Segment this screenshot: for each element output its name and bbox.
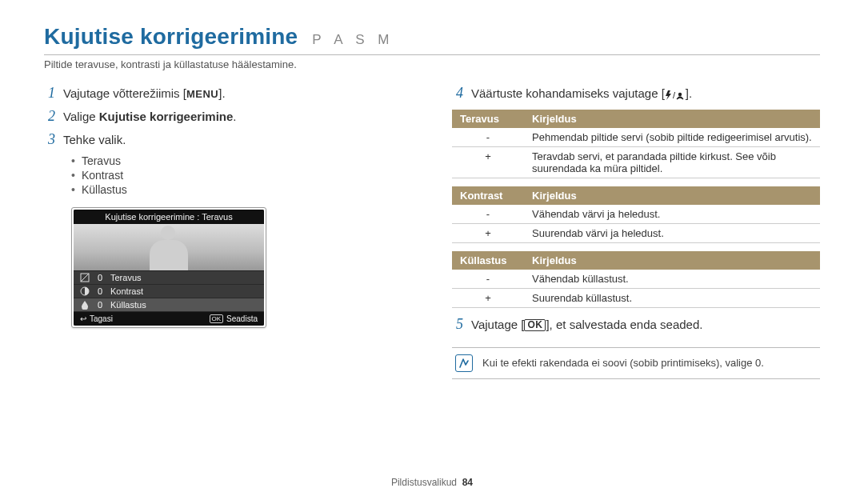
page-subtitle: Piltide teravuse, kontrasti ja küllastat… [44,58,820,70]
th: Kirjeldus [524,186,820,205]
ok-icon: OK [210,314,224,323]
th: Kontrast [452,186,524,205]
footer-section: Pildistusvalikud [391,477,457,488]
list-item: Kontrast [71,169,412,182]
td-val: Suurendab värvi ja heledust. [524,223,820,242]
lcd-value: 0 [96,273,104,282]
title-rule [44,54,820,55]
lcd-row-saturation: 0 Küllastus [74,298,264,312]
lcd-back-label: Tagasi [90,314,113,323]
page-footer: Pildistusvalikud 84 [0,477,864,488]
lcd-preview [74,224,264,270]
table-row: -Vähendab värvi ja heledust. [452,205,820,224]
step-text: Tehke valik. [63,131,412,148]
step1-after: ]. [218,86,225,100]
step2-after: . [233,110,236,123]
step2-before: Valige [63,110,99,123]
lcd-label: Kontrast [110,286,143,296]
th: Kirjeldus [524,251,820,270]
back-icon: ↩ [80,314,86,323]
contrast-icon [80,286,90,296]
td-key: + [452,223,524,242]
table-contrast: KontrastKirjeldus -Vähendab värvi ja hel… [452,186,820,243]
svg-point-3 [678,92,682,95]
page-title: Kujutise korrigeerimine [44,24,298,50]
td-key: + [452,146,524,178]
th: Kirjeldus [524,110,820,128]
lcd-value: 0 [96,300,104,310]
flash-macro-icons: / [665,86,686,103]
table-row: +Teravdab servi, et parandada piltide ki… [452,146,820,178]
table-sharpness: TeravusKirjeldus -Pehmendab piltide serv… [452,110,820,178]
th: Küllastus [452,251,524,270]
step-number: 5 [452,316,463,333]
silhouette-icon [145,224,193,270]
td-key: + [452,288,524,307]
lcd-set-label: Seadista [226,314,258,323]
lcd-back: ↩ Tagasi [80,314,113,323]
table-row: +Suurendab küllastust. [452,288,820,307]
svg-text:/: / [673,90,676,100]
info-icon [455,354,473,372]
lcd-label: Teravus [110,273,142,282]
td-val: Suurendab küllastust. [524,288,820,307]
saturation-icon [80,300,90,310]
step-number: 1 [44,85,55,102]
table-row: +Suurendab värvi ja heledust. [452,223,820,242]
step-number: 2 [44,108,55,125]
td-key: - [452,270,524,289]
ok-key-icon: OK [524,319,546,331]
td-val: Teravdab servi, et parandada piltide kir… [524,146,820,178]
td-val: Pehmendab piltide servi (sobib piltide r… [524,128,820,147]
step1-before: Vajutage võtterežiimis [ [63,86,186,100]
table-row: -Vähendab küllastust. [452,270,820,289]
step5-after: ], et salvestada enda seaded. [546,318,702,331]
info-note: Kui te efekti rakendada ei soovi (sobib … [452,347,820,379]
td-key: - [452,128,524,147]
menu-key-icon: MENU [186,87,218,102]
step-text: Väärtuste kohandamiseks vajutage [ / ]. [471,85,820,103]
lcd-row-sharpness: 0 Teravus [74,271,264,285]
step-text: Vajutage võtterežiimis [MENU]. [63,85,412,102]
sharpness-icon [80,273,90,282]
step4-before: Väärtuste kohandamiseks vajutage [ [471,86,665,100]
td-key: - [452,205,524,224]
td-val: Vähendab küllastust. [524,270,820,289]
step-text: Valige Kujutise korrigeerimine. [63,108,412,125]
list-item: Teravus [71,154,412,167]
table-row: -Pehmendab piltide servi (sobib piltide … [452,128,820,147]
list-item: Küllastus [71,183,412,196]
option-bullets: Teravus Kontrast Küllastus [71,154,412,196]
table-saturation: KüllastusKirjeldus -Vähendab küllastust.… [452,251,820,308]
mode-badges: P A S M [312,32,394,48]
step4-after: ]. [686,86,692,100]
step-number: 3 [44,131,55,148]
lcd-mockup: Kujutise korrigeerimine : Teravus 0 Tera… [71,207,266,328]
lcd-set: OK Seadista [210,314,258,323]
footer-page: 84 [462,477,473,488]
step2-bold: Kujutise korrigeerimine [99,110,234,123]
lcd-title: Kujutise korrigeerimine : Teravus [74,210,264,224]
step-number: 4 [452,85,463,102]
lcd-label: Küllastus [110,300,146,310]
step5-before: Vajutage [ [471,318,524,331]
lcd-row-contrast: 0 Kontrast [74,285,264,298]
note-text: Kui te efekti rakendada ei soovi (sobib … [482,357,764,369]
td-val: Vähendab värvi ja heledust. [524,205,820,224]
lcd-value: 0 [96,286,104,296]
th: Teravus [452,110,524,128]
step-text: Vajutage [OK], et salvestada enda seaded… [471,316,820,333]
